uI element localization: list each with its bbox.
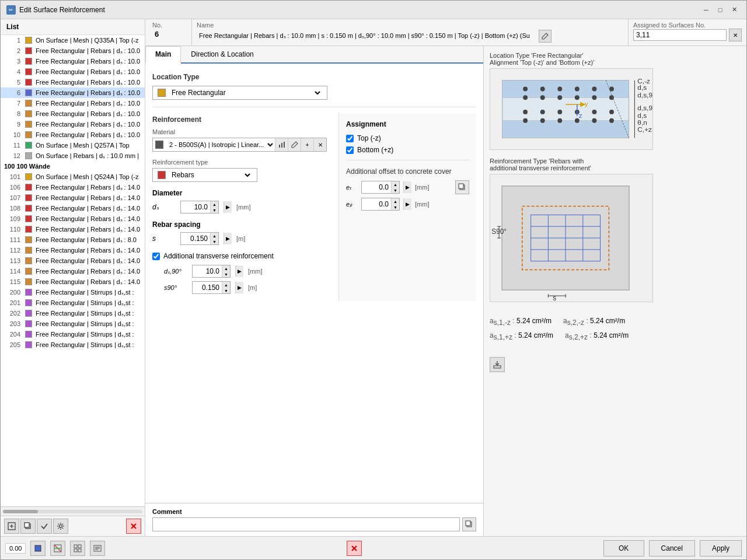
list-item[interactable]: 2Free Rectangular | Rebars | dₛ : 10.0	[1, 46, 145, 56]
maximize-button[interactable]: □	[714, 4, 727, 16]
status-copy-button[interactable]	[90, 541, 105, 556]
et-input[interactable]	[362, 182, 391, 192]
list-item[interactable]: 201Free Rectangular | Stirrups | dₛ,st :	[1, 298, 145, 308]
s-input[interactable]	[181, 233, 210, 244]
reinforcement-diagram-section: Reinforcement Type 'Rebars with addition…	[490, 158, 741, 304]
list-item[interactable]: 111Free Rectangular | Rebars | dₛ : 8.0	[1, 235, 145, 245]
list-item-number: 8	[4, 110, 20, 117]
s90-down[interactable]: ▼	[222, 288, 230, 293]
ds-arrow[interactable]: ▶	[224, 201, 232, 213]
list-item[interactable]: 7Free Rectangular | Rebars | dₛ : 10.0	[1, 98, 145, 108]
transverse-checkbox[interactable]	[152, 253, 160, 260]
s-arrow[interactable]: ▶	[224, 233, 232, 244]
s-up[interactable]: ▲	[210, 233, 218, 239]
list-item[interactable]: 12On Surface | Rebars | dₛ : 10.0 mm |	[1, 150, 145, 161]
eb-down[interactable]: ▼	[391, 204, 399, 210]
settings-item-button[interactable]	[53, 519, 68, 534]
status-grid-button[interactable]	[70, 541, 85, 556]
material-chart-button[interactable]	[275, 138, 288, 151]
list-item-text: Free Rectangular | Rebars | dₛ : 14.0	[36, 205, 140, 212]
list-item[interactable]: 1On Surface | Mesh | Q335A | Top (-z	[1, 35, 145, 46]
list-item[interactable]: 109Free Rectangular | Rebars | dₛ : 14.0	[1, 214, 145, 224]
et-copy-button[interactable]	[455, 180, 469, 194]
list-item[interactable]: 106Free Rectangular | Rebars | dₛ : 14.0	[1, 182, 145, 192]
list-item[interactable]: 9Free Rectangular | Rebars | dₛ : 10.0	[1, 119, 145, 130]
ds90-down[interactable]: ▼	[222, 271, 230, 277]
status-square-button[interactable]	[30, 541, 46, 556]
ds-input[interactable]	[181, 202, 210, 212]
et-down[interactable]: ▼	[391, 187, 399, 193]
list-item-number: 201	[4, 299, 20, 306]
list-item[interactable]: 204Free Rectangular | Stirrups | dₛ,st :	[1, 329, 145, 340]
list-item[interactable]: 202Free Rectangular | Stirrups | dₛ,st :	[1, 308, 145, 318]
list-item[interactable]: 110Free Rectangular | Rebars | dₛ : 14.0	[1, 224, 145, 235]
tab-direction-location[interactable]: Direction & Location	[181, 46, 263, 62]
top-checkbox[interactable]	[346, 135, 354, 142]
tab-main[interactable]: Main	[145, 46, 181, 64]
eb-input[interactable]	[362, 199, 391, 209]
material-add-button[interactable]: +	[301, 138, 313, 151]
status-color-button[interactable]	[50, 541, 65, 556]
et-arrow[interactable]: ▶	[403, 181, 411, 193]
list-item[interactable]: 115Free Rectangular | Rebars | dₛ : 14.0	[1, 276, 145, 287]
assigned-input[interactable]: 3,11	[633, 29, 727, 41]
status-delete-button[interactable]	[347, 541, 362, 556]
list-item-text: Free Rectangular | Stirrups | dₛ,st :	[36, 320, 134, 328]
ds90-input[interactable]	[193, 266, 222, 276]
s90-input[interactable]	[193, 282, 222, 293]
list-item[interactable]: 114Free Rectangular | Rebars | dₛ : 14.0	[1, 266, 145, 276]
comment-input[interactable]	[152, 517, 460, 531]
minimize-button[interactable]: ─	[700, 4, 713, 16]
list-item[interactable]: 10Free Rectangular | Rebars | dₛ : 10.0	[1, 130, 145, 140]
list-item[interactable]: 100 100 Wände	[1, 161, 145, 172]
ds90-up[interactable]: ▲	[222, 265, 230, 271]
cancel-button[interactable]: Cancel	[649, 540, 695, 556]
comment-copy-button[interactable]	[462, 517, 476, 531]
check-item-button[interactable]	[37, 519, 52, 534]
list-item[interactable]: 200Free Rectangular | Stirrups | dₛ,st :	[1, 287, 145, 298]
list-item-color	[25, 37, 32, 44]
new-item-button[interactable]	[4, 519, 19, 534]
material-delete-button[interactable]: ✕	[313, 138, 326, 151]
s-down[interactable]: ▼	[210, 239, 218, 244]
list-item[interactable]: 6Free Rectangular | Rebars | dₛ : 10.0	[1, 88, 145, 98]
list-item[interactable]: 107Free Rectangular | Rebars | dₛ : 14.0	[1, 192, 145, 203]
list-item[interactable]: 203Free Rectangular | Stirrups | dₛ,st :	[1, 318, 145, 329]
svg-point-25	[540, 95, 545, 100]
location-type-select[interactable]: Free Rectangular	[169, 88, 322, 97]
material-edit-button[interactable]	[288, 138, 301, 151]
et-up[interactable]: ▲	[391, 181, 399, 187]
list-item[interactable]: 112Free Rectangular | Rebars | dₛ : 14.0	[1, 245, 145, 256]
list-item[interactable]: 113Free Rectangular | Rebars | dₛ : 14.0	[1, 256, 145, 266]
list-item[interactable]: 5Free Rectangular | Rebars | dₛ : 10.0	[1, 77, 145, 88]
list-item[interactable]: 8Free Rectangular | Rebars | dₛ : 10.0	[1, 108, 145, 119]
assigned-clear-button[interactable]: ✕	[729, 29, 742, 41]
list-item[interactable]: 101On Surface | Mesh | Q524A | Top (-z	[1, 172, 145, 182]
list-item[interactable]: 205Free Rectangular | Stirrups | dₛ,st :	[1, 340, 145, 350]
list-item[interactable]: 4Free Rectangular | Rebars | dₛ : 10.0	[1, 66, 145, 77]
edit-name-button[interactable]	[539, 30, 551, 43]
bottom-checkbox[interactable]	[346, 146, 354, 154]
list-item[interactable]: 11On Surface | Mesh | Q257A | Top	[1, 140, 145, 150]
s90-arrow[interactable]: ▶	[235, 282, 243, 293]
list-item[interactable]: 108Free Rectangular | Rebars | dₛ : 14.0	[1, 203, 145, 214]
close-button[interactable]: ✕	[728, 4, 741, 16]
ds90-arrow[interactable]: ▶	[235, 265, 243, 277]
delete-item-button[interactable]	[126, 519, 141, 534]
eb-up[interactable]: ▲	[391, 198, 399, 204]
ok-button[interactable]: OK	[603, 540, 644, 556]
copy-item-button[interactable]	[20, 519, 36, 534]
ds-down[interactable]: ▼	[210, 207, 218, 213]
ds-up[interactable]: ▲	[210, 201, 218, 207]
list-item-color	[25, 289, 32, 296]
s90-up[interactable]: ▲	[222, 282, 230, 288]
list-item[interactable]: 3Free Rectangular | Rebars | dₛ : 10.0	[1, 56, 145, 66]
material-select[interactable]: 2 - B500S(A) | Isotropic | Linear...	[166, 139, 275, 150]
eb-arrow[interactable]: ▶	[403, 198, 411, 210]
list-scrollbar[interactable]	[1, 506, 145, 516]
rebar-type-select[interactable]: Rebars	[169, 170, 252, 180]
export-button[interactable]	[490, 357, 505, 372]
top-bar: No. 6 Name Free Rectangular | Rebars | d…	[145, 19, 746, 46]
apply-button[interactable]: Apply	[700, 540, 742, 556]
transverse-group: Additional transverse reinforcement dₛ,9…	[152, 252, 327, 294]
